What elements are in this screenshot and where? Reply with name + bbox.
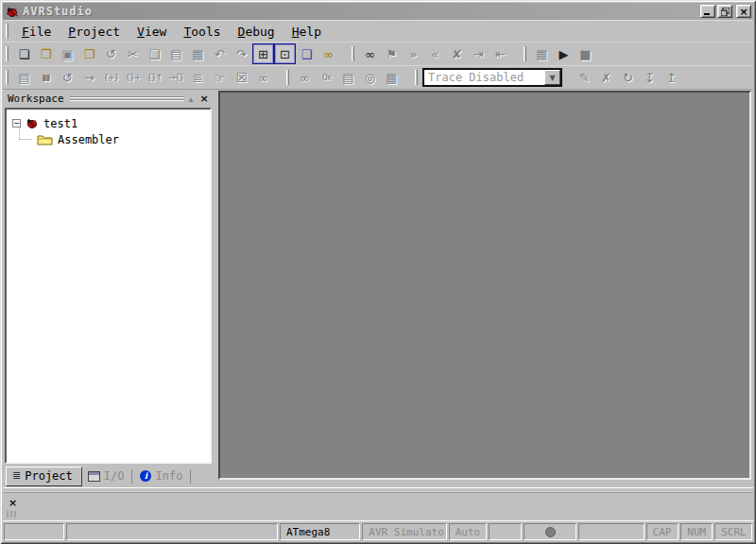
trace-mode-select[interactable]: Trace Disabled ▼ (422, 68, 562, 87)
toolbar-grip[interactable] (6, 70, 9, 85)
minimize-icon (704, 8, 712, 15)
toolbar-grip[interactable] (415, 70, 418, 85)
autostep-icon[interactable]: ≣ (187, 67, 209, 88)
outdent-icon[interactable]: ⇤ (490, 43, 511, 64)
add-bookmark-icon[interactable]: ⚑ (381, 43, 403, 64)
toolbar-grip[interactable] (352, 46, 354, 61)
previous-bookmark-icon[interactable]: « (424, 43, 446, 64)
statusbar: ATmega8 AVR Simulato Auto CAP NUM SCRL (3, 520, 753, 541)
run-to-cursor-icon[interactable]: →{} (165, 67, 187, 88)
memory-window-icon[interactable]: ▤ (337, 67, 359, 88)
reset-icon[interactable]: ↺ (57, 67, 78, 88)
close-button[interactable]: × (736, 5, 751, 18)
run-icon[interactable]: ▶ (553, 43, 575, 64)
toggle-output-window-icon[interactable]: ⊡ (274, 43, 296, 64)
undo-icon[interactable]: ↶ (209, 43, 231, 64)
reload-icon[interactable]: ↺ (100, 43, 122, 64)
menu-item[interactable]: View (129, 23, 175, 41)
find-icon[interactable]: ∞ (359, 43, 381, 64)
show-next-statement-icon[interactable]: ▤ (13, 67, 35, 88)
tab-io[interactable]: I/O (82, 468, 130, 484)
tab-info[interactable]: i Info (134, 468, 188, 484)
menu-item[interactable]: File (13, 23, 60, 41)
new-file-icon[interactable]: ❏ (13, 43, 35, 64)
trace-top-icon[interactable]: ↥ (661, 67, 682, 88)
io-tab-icon (88, 471, 100, 482)
status-platform: AVR Simulato (362, 523, 446, 540)
info-tab-icon: i (140, 470, 151, 482)
menu-item[interactable]: Tools (175, 23, 229, 41)
status-message (66, 523, 278, 540)
save-icon[interactable]: ▣ (57, 43, 78, 64)
clear-breakpoints-icon[interactable]: ☒ (231, 67, 252, 88)
folder-icon (37, 134, 53, 145)
output-close-button[interactable]: × (9, 497, 17, 509)
tab-project[interactable]: ≣ Project (6, 467, 82, 486)
menu-item[interactable]: Project (60, 23, 129, 41)
tree-item-project[interactable]: − test1 (9, 115, 208, 131)
workspace-header[interactable]: Workspace ▴ × (5, 91, 214, 107)
save-all-icon[interactable]: ❒ (78, 43, 100, 64)
watch-window-icon[interactable]: ∞ (294, 67, 316, 88)
window-title: AVRStudio (23, 5, 698, 18)
restore-button[interactable] (717, 5, 732, 18)
project-tree: − test1 (5, 108, 212, 464)
cut-icon[interactable]: ✂ (122, 43, 144, 64)
toggle-workspace-window-icon[interactable]: ⊞ (252, 43, 274, 64)
workspace-dock-button[interactable]: ▴ (184, 94, 198, 104)
trace-into-icon[interactable]: {+} (100, 67, 122, 88)
toolbar-debug: ▤▮▮↺→{+}{}+{}↑→{}≣☞☒∞ ∞0x▤◎▦ Trace Disab… (3, 65, 753, 89)
trace-pin-icon[interactable]: ✎ (574, 67, 595, 88)
trace-loop-icon[interactable]: ↻ (617, 67, 639, 88)
step-over-icon[interactable]: {}+ (122, 67, 144, 88)
menubar-grip[interactable] (6, 24, 9, 39)
memory2-window-icon[interactable]: ▦ (381, 67, 403, 88)
tree-connector (19, 127, 32, 140)
break-icon[interactable]: ☞ (209, 67, 231, 88)
trace-mode-dropdown-button[interactable]: ▼ (544, 70, 560, 85)
breakpoints-list-icon[interactable]: ▦ (531, 43, 553, 64)
minimize-button[interactable] (700, 5, 715, 18)
close-icon: × (9, 497, 17, 509)
cascade-windows-icon[interactable]: ❑ (296, 43, 318, 64)
project-name[interactable]: test1 (43, 117, 77, 130)
tree-item-folder[interactable]: Assembler (37, 131, 208, 147)
toolbar-grip[interactable] (286, 70, 289, 85)
registers-window-icon[interactable]: 0x (316, 67, 337, 88)
paste-icon[interactable]: ▤ (165, 43, 187, 64)
redo-icon[interactable]: ↷ (231, 43, 252, 64)
folder-name[interactable]: Assembler (58, 133, 119, 146)
stop-icon[interactable]: ■ (575, 43, 596, 64)
titlebar[interactable]: AVRStudio × (3, 3, 753, 20)
trace-clear-icon[interactable]: ✗ (595, 67, 617, 88)
toolbar-grip[interactable] (524, 46, 526, 61)
project-tab-icon: ≣ (12, 469, 21, 482)
open-file-icon[interactable]: ❐ (35, 43, 57, 64)
quickwatch-icon[interactable]: ∞ (252, 67, 274, 88)
workspace-close-button[interactable]: × (198, 93, 211, 105)
clear-bookmarks-icon[interactable]: ✘ (446, 43, 468, 64)
toolbar-grip[interactable] (6, 46, 9, 61)
copy-icon[interactable]: ❑ (144, 43, 165, 64)
menubar: FileProjectViewToolsDebugHelp (3, 20, 753, 42)
workspace-drag-handle[interactable] (70, 96, 184, 102)
disassembler-window-icon[interactable]: ◎ (359, 67, 381, 88)
pause-icon[interactable]: ▮▮ (35, 67, 57, 88)
step-out-icon[interactable]: {}↑ (144, 67, 165, 88)
menu-item[interactable]: Debug (230, 23, 284, 41)
indent-icon[interactable]: ⇥ (468, 43, 490, 64)
menu-item[interactable]: Help (284, 23, 330, 41)
output-tab-scroller[interactable] (7, 511, 18, 518)
workspace-panel: Workspace ▴ × − (3, 90, 215, 487)
status-led-panel (524, 523, 576, 540)
print-icon[interactable]: ▦ (187, 43, 209, 64)
close-icon: × (199, 93, 208, 105)
find-in-files-icon[interactable]: ∞ (318, 43, 339, 64)
status-mode: Auto (449, 523, 487, 540)
status-empty-1 (4, 523, 64, 540)
trace-bottom-icon[interactable]: ↧ (639, 67, 661, 88)
main-region: Workspace ▴ × − (3, 89, 753, 487)
restore-icon (721, 8, 730, 16)
step-icon[interactable]: → (78, 67, 100, 88)
next-bookmark-icon[interactable]: » (403, 43, 424, 64)
